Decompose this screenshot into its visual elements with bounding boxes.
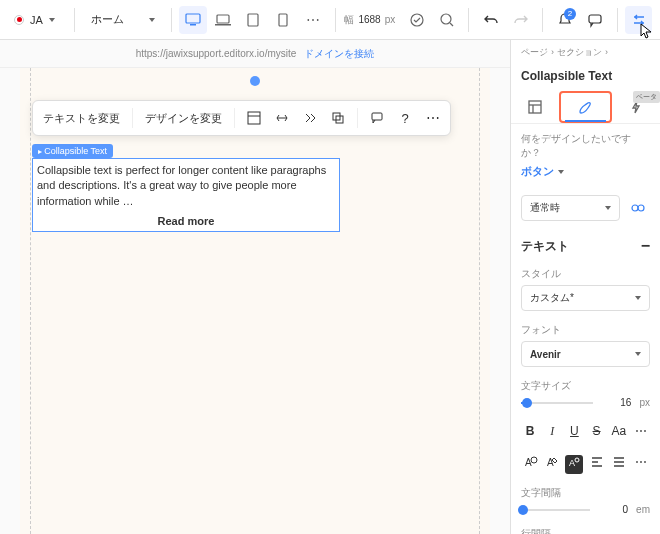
bg-color-button[interactable]: A xyxy=(565,455,583,474)
svg-rect-3 xyxy=(215,24,231,26)
svg-rect-0 xyxy=(186,14,200,23)
collapse-icon: − xyxy=(641,237,650,255)
underline-button[interactable]: U xyxy=(565,424,583,439)
svg-rect-15 xyxy=(529,101,541,113)
width-indicator: 幅 1688 px xyxy=(344,13,395,27)
connect-domain-link[interactable]: ドメインを接続 xyxy=(304,47,374,61)
chevron-down-icon xyxy=(635,296,641,300)
more-format-icon[interactable]: ⋯ xyxy=(632,424,650,439)
layout-icon[interactable] xyxy=(245,109,263,127)
page-label: ホーム xyxy=(91,12,124,27)
more-icon[interactable]: ⋯ xyxy=(424,109,442,127)
align-button[interactable] xyxy=(588,455,606,474)
svg-point-19 xyxy=(638,205,644,211)
size-label: 文字サイズ xyxy=(521,379,650,393)
url-bar: https://jawixsupport.editorx.io/mysite ド… xyxy=(0,40,510,68)
flag-jp-icon xyxy=(14,15,24,25)
svg-point-7 xyxy=(441,14,451,24)
comment-icon[interactable] xyxy=(368,109,386,127)
guide-right xyxy=(479,68,480,534)
undo-icon[interactable] xyxy=(477,6,504,34)
svg-rect-2 xyxy=(217,15,229,23)
panel-tabs: ベータ xyxy=(511,91,660,124)
zoom-icon[interactable] xyxy=(434,6,461,34)
more-color-icon[interactable]: ⋯ xyxy=(632,455,650,474)
svg-rect-5 xyxy=(279,14,287,26)
inspector-toggle-icon[interactable] xyxy=(625,6,652,34)
strike-button[interactable]: S xyxy=(588,424,606,439)
notification-badge: 2 xyxy=(564,8,576,20)
read-more-button[interactable]: Read more xyxy=(37,215,335,227)
help-icon[interactable]: ? xyxy=(396,109,414,127)
spacing-slider[interactable] xyxy=(521,509,590,511)
italic-button[interactable]: I xyxy=(543,424,561,439)
svg-point-6 xyxy=(411,14,423,26)
chevron-down-icon xyxy=(149,18,155,22)
font-select[interactable]: Avenir xyxy=(521,341,650,367)
text-content: Collapsible text is perfect for longer c… xyxy=(37,163,335,209)
laptop-icon[interactable] xyxy=(209,6,237,34)
check-icon[interactable] xyxy=(403,6,430,34)
color-row: A A A ⋯ xyxy=(511,447,660,482)
change-text-button[interactable]: テキストを変更 xyxy=(41,107,122,130)
format-row: B I U S Aa ⋯ xyxy=(511,416,660,447)
svg-rect-10 xyxy=(248,112,260,124)
size-slider[interactable] xyxy=(521,402,593,404)
transitions-icon[interactable] xyxy=(626,196,650,220)
tab-design[interactable] xyxy=(559,91,611,123)
style-label: スタイル xyxy=(521,267,650,281)
size-input[interactable]: 16 xyxy=(601,397,631,408)
tablet-icon[interactable] xyxy=(239,6,267,34)
notifications-icon[interactable]: 2 xyxy=(551,6,578,34)
language-selector[interactable]: JA xyxy=(8,6,66,34)
chevron-down-icon xyxy=(558,170,564,174)
font-label: フォント xyxy=(521,323,650,337)
svg-rect-9 xyxy=(589,15,601,23)
case-button[interactable]: Aa xyxy=(610,424,628,439)
svg-rect-4 xyxy=(248,14,258,26)
svg-rect-1 xyxy=(190,24,196,26)
breakpoint-handle[interactable] xyxy=(250,76,260,86)
animation-icon[interactable] xyxy=(301,109,319,127)
spacing-label: 文字間隔 xyxy=(521,486,650,500)
element-toolbar: テキストを変更 デザインを変更 ? ⋯ xyxy=(32,100,451,136)
design-target-dropdown[interactable]: ボタン xyxy=(521,164,650,179)
guide-left xyxy=(30,68,31,534)
text-color-button[interactable]: A xyxy=(521,455,539,474)
copy-icon[interactable] xyxy=(329,109,347,127)
svg-line-8 xyxy=(450,23,453,26)
panel-title: Collapsible Text xyxy=(511,65,660,91)
spacing-input[interactable]: 0 xyxy=(598,504,628,515)
design-question: 何をデザインしたいですか？ xyxy=(521,132,650,160)
highlight-button[interactable]: A xyxy=(543,455,561,474)
desktop-icon[interactable] xyxy=(179,6,207,34)
component-label: Collapsible Text xyxy=(32,144,113,158)
chevron-down-icon xyxy=(49,18,55,22)
svg-point-18 xyxy=(632,205,638,211)
device-switcher: ⋯ xyxy=(179,6,327,34)
redo-icon[interactable] xyxy=(508,6,535,34)
page-selector[interactable]: ホーム xyxy=(83,6,163,34)
svg-rect-14 xyxy=(372,113,382,120)
comments-icon[interactable] xyxy=(582,6,609,34)
line-label: 行間隔 xyxy=(521,527,650,534)
bold-button[interactable]: B xyxy=(521,424,539,439)
canvas-content[interactable]: テキストを変更 デザインを変更 ? ⋯ Collapsible Text Col… xyxy=(20,68,490,534)
svg-point-24 xyxy=(575,458,579,462)
more-devices-icon[interactable]: ⋯ xyxy=(299,6,327,34)
stretch-icon[interactable] xyxy=(273,109,291,127)
change-design-button[interactable]: デザインを変更 xyxy=(143,107,224,130)
tab-layout[interactable] xyxy=(511,91,559,123)
inspector-panel: ページ›セクション› Collapsible Text ベータ 何をデザインした… xyxy=(510,40,660,534)
svg-text:A: A xyxy=(569,458,575,468)
topbar: JA ホーム ⋯ 幅 1688 px 2 xyxy=(0,0,660,40)
justify-button[interactable] xyxy=(610,455,628,474)
style-select[interactable]: カスタム* xyxy=(521,285,650,311)
collapsible-text-component[interactable]: Collapsible text is perfect for longer c… xyxy=(32,158,340,232)
breadcrumb[interactable]: ページ›セクション› xyxy=(511,40,660,65)
state-select[interactable]: 通常時 xyxy=(521,195,620,221)
mobile-icon[interactable] xyxy=(269,6,297,34)
url-text: https://jawixsupport.editorx.io/mysite xyxy=(136,48,297,59)
text-section-header[interactable]: テキスト − xyxy=(511,229,660,263)
tab-effects[interactable]: ベータ xyxy=(612,91,660,123)
